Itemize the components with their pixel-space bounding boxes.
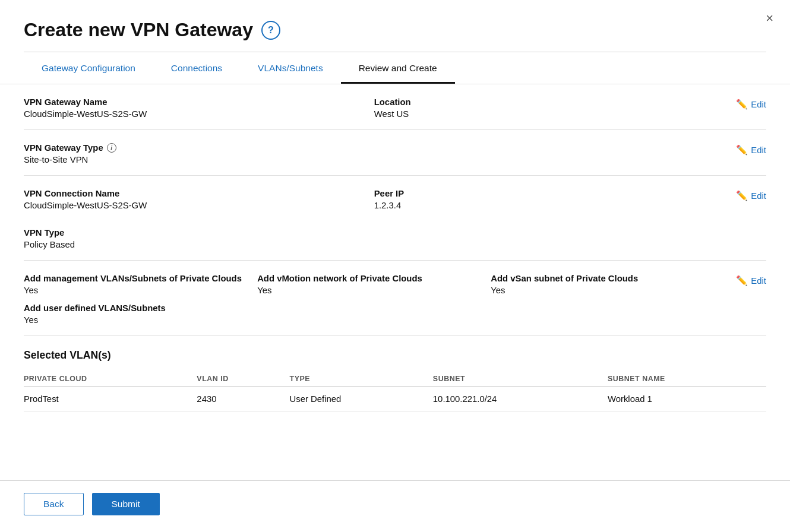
tab-review-and-create[interactable]: Review and Create: [341, 52, 455, 84]
modal-content: Gateway Configuration Connections VLANs/…: [0, 52, 790, 480]
tab-connections[interactable]: Connections: [153, 52, 240, 84]
field-vpn-connection-name: VPN Connection Name CloudSimple-WestUS-S…: [24, 189, 374, 210]
add-vmotion-label: Add vMotion network of Private Clouds: [257, 274, 491, 283]
col-private-cloud: PRIVATE CLOUD: [24, 371, 197, 387]
edit-gateway-type-button[interactable]: ✏️ Edit: [724, 144, 766, 156]
modal-footer: Back Submit: [0, 480, 790, 532]
field-add-vsan: Add vSan subnet of Private Clouds Yes: [491, 274, 724, 295]
back-button[interactable]: Back: [24, 493, 84, 515]
selected-vlans-title: Selected VLAN(s): [24, 349, 766, 362]
edit-pencil-icon-4: ✏️: [736, 275, 748, 286]
modal-body-wrapper: VPN Gateway Name CloudSimple-WestUS-S2S-…: [0, 84, 790, 480]
section-vlans-toggles-content: Add management VLANs/Subnets of Private …: [24, 274, 724, 325]
peer-ip-label: Peer IP: [374, 189, 725, 198]
location-label: Location: [374, 97, 725, 107]
submit-button[interactable]: Submit: [92, 493, 160, 515]
section-connection-content: VPN Connection Name CloudSimple-WestUS-S…: [24, 189, 724, 249]
vpn-type-value: Policy Based: [24, 240, 724, 249]
tab-gateway-configuration[interactable]: Gateway Configuration: [24, 52, 153, 84]
col-type: TYPE: [290, 371, 433, 387]
vpn-connection-name-value: CloudSimple-WestUS-S2S-GW: [24, 201, 374, 210]
modal: × Create new VPN Gateway ? Gateway Confi…: [0, 0, 790, 532]
tab-bar: Gateway Configuration Connections VLANs/…: [0, 52, 790, 84]
modal-title: Create new VPN Gateway: [24, 19, 253, 41]
vpn-connection-name-label: VPN Connection Name: [24, 189, 374, 198]
help-icon[interactable]: ?: [261, 21, 280, 40]
cell-type: User Defined: [290, 387, 433, 411]
vpn-type-label: VPN Type: [24, 228, 724, 238]
vlans-table: PRIVATE CLOUD VLAN ID TYPE SUBNET SUBNET…: [24, 371, 766, 411]
vpn-gateway-name-value: CloudSimple-WestUS-S2S-GW: [24, 109, 374, 119]
modal-header: Create new VPN Gateway ?: [0, 0, 790, 41]
vlans-table-body: ProdTest 2430 User Defined 10.100.221.0/…: [24, 387, 766, 411]
edit-vlans-button[interactable]: ✏️ Edit: [724, 275, 766, 286]
edit-pencil-icon-2: ✏️: [736, 144, 748, 156]
vpn-gateway-name-label: VPN Gateway Name: [24, 97, 374, 107]
cell-subnet: 10.100.221.0/24: [433, 387, 608, 411]
vlans-table-header-row: PRIVATE CLOUD VLAN ID TYPE SUBNET SUBNET…: [24, 371, 766, 387]
add-user-defined-value: Yes: [24, 315, 724, 325]
modal-scroll-area[interactable]: VPN Gateway Name CloudSimple-WestUS-S2S-…: [0, 84, 790, 480]
field-peer-ip: Peer IP 1.2.3.4: [374, 189, 725, 210]
section-vlans-toggles: Add management VLANs/Subnets of Private …: [24, 261, 766, 336]
cell-private-cloud: ProdTest: [24, 387, 197, 411]
bottom-spacer: [24, 411, 766, 429]
field-location: Location West US: [374, 97, 725, 119]
add-vmotion-value: Yes: [257, 286, 491, 295]
cell-subnet-name: Workload 1: [608, 387, 766, 411]
section-gateway-name: VPN Gateway Name CloudSimple-WestUS-S2S-…: [24, 84, 766, 130]
add-vsan-value: Yes: [491, 286, 724, 295]
field-add-user-defined: Add user defined VLANS/Subnets Yes: [24, 303, 724, 325]
edit-gateway-name-button[interactable]: ✏️ Edit: [724, 99, 766, 110]
cell-vlan-id: 2430: [197, 387, 289, 411]
edit-connection-button[interactable]: ✏️ Edit: [724, 190, 766, 201]
add-vsan-label: Add vSan subnet of Private Clouds: [491, 274, 724, 283]
section-gateway-type: VPN Gateway Type i Site-to-Site VPN ✏️ E…: [24, 130, 766, 176]
col-subnet: SUBNET: [433, 371, 608, 387]
vlans-table-header: PRIVATE CLOUD VLAN ID TYPE SUBNET SUBNET…: [24, 371, 766, 387]
edit-pencil-icon: ✏️: [736, 99, 748, 110]
edit-pencil-icon-3: ✏️: [736, 190, 748, 201]
location-value: West US: [374, 109, 725, 119]
selected-vlans-section: Selected VLAN(s) PRIVATE CLOUD VLAN ID T…: [24, 336, 766, 411]
add-mgmt-vlans-value: Yes: [24, 286, 257, 295]
peer-ip-value: 1.2.3.4: [374, 201, 725, 210]
section-connection: VPN Connection Name CloudSimple-WestUS-S…: [24, 176, 766, 261]
field-add-mgmt-vlans: Add management VLANs/Subnets of Private …: [24, 274, 257, 295]
vpn-gateway-type-value: Site-to-Site VPN: [24, 155, 724, 164]
section-gateway-type-content: VPN Gateway Type i Site-to-Site VPN: [24, 143, 724, 164]
section-gateway-name-content: VPN Gateway Name CloudSimple-WestUS-S2S-…: [24, 97, 724, 119]
vpn-gateway-type-label: VPN Gateway Type i: [24, 143, 724, 153]
col-vlan-id: VLAN ID: [197, 371, 289, 387]
close-button[interactable]: ×: [766, 11, 773, 26]
field-vpn-type: VPN Type Policy Based: [24, 228, 724, 249]
table-row: ProdTest 2430 User Defined 10.100.221.0/…: [24, 387, 766, 411]
tab-vlans-subnets[interactable]: VLANs/Subnets: [240, 52, 341, 84]
info-icon[interactable]: i: [107, 143, 116, 153]
field-add-vmotion: Add vMotion network of Private Clouds Ye…: [257, 274, 491, 295]
col-subnet-name: SUBNET NAME: [608, 371, 766, 387]
add-user-defined-label: Add user defined VLANS/Subnets: [24, 303, 724, 313]
add-mgmt-vlans-label: Add management VLANs/Subnets of Private …: [24, 274, 257, 283]
field-vpn-gateway-type: VPN Gateway Type i Site-to-Site VPN: [24, 143, 724, 164]
field-vpn-gateway-name: VPN Gateway Name CloudSimple-WestUS-S2S-…: [24, 97, 374, 119]
